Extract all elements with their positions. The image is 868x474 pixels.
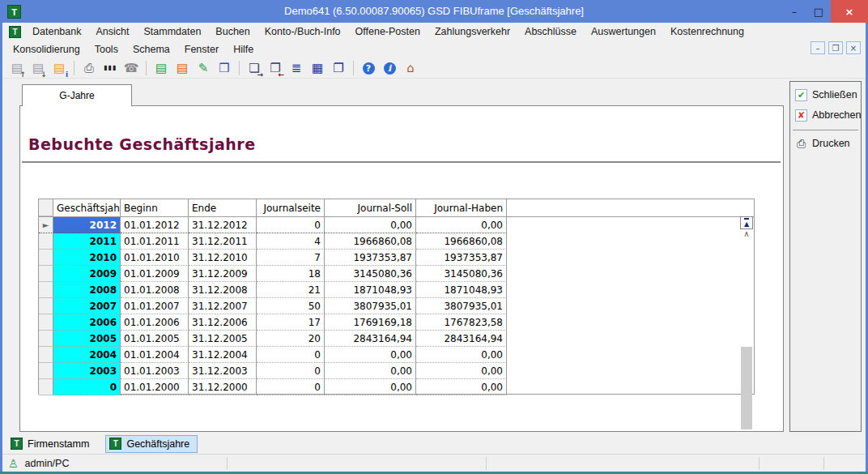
column-header[interactable]: Journal-Soll (325, 199, 416, 216)
cell-begin[interactable]: 01.01.2010 (121, 250, 189, 266)
cell-journal-debit[interactable]: 3807935,01 (325, 298, 416, 314)
cell-year[interactable]: 2008 (53, 282, 121, 298)
column-header[interactable]: Geschäftsjahr (53, 199, 121, 216)
cell-journal-pages[interactable]: 21 (257, 282, 325, 298)
cell-journal-debit[interactable]: 0,00 (325, 379, 416, 395)
row-selector[interactable] (39, 331, 53, 347)
cell-journal-credit[interactable]: 0,00 (416, 363, 507, 379)
table-row[interactable]: 201001.01.201031.12.201071937353,8719373… (39, 250, 754, 266)
row-selector[interactable] (39, 347, 53, 363)
column-header[interactable]: Beginn (121, 199, 189, 216)
cell-begin[interactable]: 01.01.2012 (121, 217, 189, 233)
cell-journal-debit[interactable]: 1966860,08 (325, 233, 416, 250)
scrollbar-thumb[interactable] (741, 347, 752, 429)
cell-journal-credit[interactable]: 1937353,87 (416, 250, 507, 266)
schliessen-button[interactable]: ✔Schließen (795, 88, 859, 102)
column-header[interactable]: Journalseite (257, 199, 325, 216)
info-icon[interactable]: i (380, 60, 399, 77)
menu-item[interactable]: Schema (126, 41, 177, 58)
table-scrollbar[interactable]: ▲ ∧ (740, 216, 753, 430)
mdi-close-button[interactable]: × (846, 41, 861, 54)
cell-journal-pages[interactable]: 7 (257, 250, 325, 266)
window-forward-icon[interactable]: ❏→ (245, 60, 264, 77)
table-row[interactable]: ►201201.01.201231.12.201200,000,00 (39, 217, 754, 233)
table-row[interactable]: 201101.01.201131.12.201141966860,0819668… (39, 233, 754, 250)
journal-list-icon[interactable]: ≣ (287, 60, 306, 77)
cell-journal-pages[interactable]: 0 (257, 217, 325, 233)
contact-card-orange-icon[interactable]: ▤ (172, 60, 192, 77)
cell-year[interactable]: 2005 (53, 331, 121, 347)
cell-journal-credit[interactable]: 1871048,93 (416, 282, 507, 298)
cell-journal-credit[interactable]: 1767823,58 (416, 314, 507, 331)
abbrechen-button[interactable]: ✘Abbrechen (795, 108, 859, 122)
cell-begin[interactable]: 01.01.2003 (121, 363, 189, 379)
cell-journal-credit[interactable]: 1966860,08 (416, 233, 507, 250)
print-icon[interactable]: ⎙ (79, 60, 99, 77)
table-row[interactable]: 001.01.200031.12.200000,000,00 (39, 379, 754, 395)
cell-begin[interactable]: 01.01.2000 (121, 379, 189, 395)
menu-item[interactable]: Auswertungen (584, 23, 663, 40)
table-row[interactable]: 200801.01.200831.12.2008211871048,931871… (39, 282, 754, 298)
cell-journal-credit[interactable]: 2843164,94 (416, 331, 507, 347)
cell-journal-pages[interactable]: 18 (257, 266, 325, 282)
drucken-button[interactable]: ⎙Drucken (795, 136, 859, 151)
db-import-icon[interactable]: ▤↓ (28, 60, 48, 77)
cell-end[interactable]: 31.12.2006 (189, 314, 257, 331)
cell-end[interactable]: 31.12.2011 (189, 233, 257, 250)
cell-journal-credit[interactable]: 3807935,01 (416, 298, 507, 314)
cell-year[interactable]: 2012 (53, 217, 121, 233)
cell-journal-pages[interactable]: 50 (257, 298, 325, 314)
contact-card-green-icon[interactable]: ▤ (151, 60, 171, 77)
cell-end[interactable]: 31.12.2003 (189, 363, 257, 379)
cell-journal-credit[interactable]: 3145080,36 (416, 266, 507, 282)
cell-journal-credit[interactable]: 0,00 (416, 379, 507, 395)
archive-binders-icon[interactable]: ▮▮▮ (100, 60, 120, 77)
header-selector-cell[interactable] (39, 199, 53, 216)
package-icon[interactable]: ❒ (215, 60, 234, 77)
home-icon[interactable]: ⌂ (401, 60, 420, 77)
mdi-restore-button[interactable]: ❐ (828, 41, 843, 54)
titlebar[interactable]: T Demo641 (6.50.00087.90065) GSD FIBUfra… (0, 0, 868, 23)
table-row[interactable]: 200401.01.200431.12.200400,000,00 (39, 347, 754, 363)
menu-item[interactable]: Konto-/Buch-Info (257, 23, 348, 40)
maximize-button[interactable]: □ (806, 0, 831, 23)
cell-begin[interactable]: 01.01.2006 (121, 314, 189, 331)
cell-journal-debit[interactable]: 1871048,93 (325, 282, 416, 298)
menu-item[interactable]: Offene-Posten (348, 23, 428, 40)
cell-journal-debit[interactable]: 3145080,36 (325, 266, 416, 282)
menu-item[interactable]: Datenbank (25, 23, 88, 40)
cell-year[interactable]: 0 (53, 379, 121, 395)
cell-end[interactable]: 31.12.2000 (189, 379, 257, 395)
window-back-icon[interactable]: ❐← (266, 60, 285, 77)
db-export-icon[interactable]: ▤↑ (7, 60, 27, 77)
cell-begin[interactable]: 01.01.2011 (121, 233, 189, 250)
cell-journal-debit[interactable]: 0,00 (325, 217, 416, 233)
cell-journal-debit[interactable]: 1769169,18 (325, 314, 416, 331)
cell-begin[interactable]: 01.01.2007 (121, 298, 189, 314)
cell-journal-credit[interactable]: 0,00 (416, 347, 507, 363)
table-row[interactable]: 200601.01.200631.12.2006171769169,181767… (39, 314, 754, 331)
task-button[interactable]: TFirmenstamm (6, 435, 97, 453)
cell-journal-debit[interactable]: 1937353,87 (325, 250, 416, 266)
cell-journal-credit[interactable]: 0,00 (416, 217, 507, 233)
row-selector[interactable] (39, 282, 53, 298)
db-info-icon[interactable]: ▤i (49, 60, 69, 77)
mdi-minimize-button[interactable]: – (811, 41, 825, 54)
task-button[interactable]: TGechäftsjahre (105, 435, 198, 453)
row-selector[interactable] (39, 233, 53, 250)
row-selector[interactable] (39, 363, 53, 379)
cell-end[interactable]: 31.12.2009 (189, 266, 257, 282)
cell-journal-pages[interactable]: 0 (257, 379, 325, 395)
cell-journal-debit[interactable]: 2843164,94 (325, 331, 416, 347)
phone-icon[interactable]: ☎ (121, 60, 141, 77)
table-row[interactable]: 200901.01.200931.12.2009183145080,363145… (39, 266, 754, 282)
cell-journal-debit[interactable]: 0,00 (325, 363, 416, 379)
menu-item[interactable]: Tools (87, 41, 126, 58)
cell-end[interactable]: 31.12.2007 (189, 298, 257, 314)
cell-end[interactable]: 31.12.2012 (189, 217, 257, 233)
cell-year[interactable]: 2009 (53, 266, 121, 282)
cell-begin[interactable]: 01.01.2005 (121, 331, 189, 347)
cell-year[interactable]: 2004 (53, 347, 121, 363)
row-selector[interactable] (39, 379, 53, 395)
menu-item[interactable]: Stammdaten (136, 23, 208, 40)
